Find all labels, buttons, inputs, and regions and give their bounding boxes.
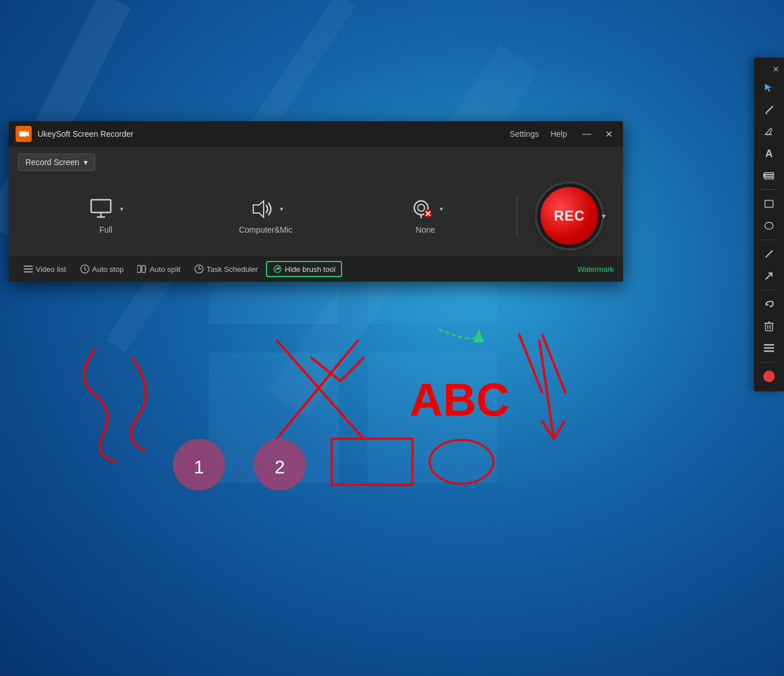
camera-chevron[interactable]: ▾ [440,205,443,213]
eraser-icon [764,126,774,137]
toolbar-sep-4 [760,362,778,363]
hide-brush-tool-label: Hide brush tool [285,265,335,274]
svg-rect-38 [765,200,773,207]
camera-icon-row: ▾ [408,197,443,221]
svg-point-14 [418,204,425,211]
svg-point-50 [763,371,775,382]
svg-rect-36 [764,177,774,179]
camera-label: None [416,225,435,234]
record-dot-button[interactable] [757,366,781,387]
display-control: ▾ Full [26,197,186,234]
svg-rect-47 [764,344,774,346]
clock-icon [80,264,89,274]
title-bar-menu: Settings Help [510,129,567,139]
watermark-label: Watermark [577,265,614,274]
eraser-tool-button[interactable] [757,121,781,142]
highlighter-icon [763,171,775,180]
svg-marker-8 [27,132,29,137]
line-tool-button[interactable] [757,244,781,264]
auto-split-label: Auto split [149,265,180,274]
svg-marker-12 [253,201,264,217]
svg-rect-48 [764,348,774,349]
audio-control: ▾ Computer&Mic [186,197,346,234]
text-tool-button[interactable]: A [757,143,781,164]
camera-icon [18,129,29,139]
auto-stop-button[interactable]: Auto stop [74,262,130,276]
audio-label: Computer&Mic [239,225,292,234]
svg-rect-42 [766,323,772,331]
right-toolbar-close[interactable]: ✕ [754,62,784,76]
menu-button[interactable] [757,338,781,358]
audio-chevron[interactable]: ▾ [280,205,283,213]
svg-line-41 [766,273,772,279]
hamburger-icon [764,344,774,352]
app-icon [16,126,32,142]
video-list-button[interactable]: Video list [18,262,72,276]
highlighter-tool-button[interactable] [757,165,781,186]
rectangle-tool-button[interactable] [757,193,781,214]
toolbar-sep-3 [760,290,778,290]
svg-rect-7 [20,132,27,137]
toolbar-sep-1 [760,189,778,190]
cursor-tool-button[interactable] [757,77,781,98]
cursor-icon [764,83,774,93]
auto-stop-label: Auto stop [92,265,124,274]
task-scheduler-label: Task Scheduler [207,265,258,274]
record-mode-label: Record Screen [25,158,79,167]
audio-icon-row: ▾ [249,197,283,221]
svg-rect-9 [91,200,111,212]
svg-rect-19 [24,266,33,267]
minimize-button[interactable]: — [579,128,595,140]
brush-icon [273,264,282,274]
delete-button[interactable] [757,316,781,337]
rec-area: REC ▾ [541,187,606,245]
svg-rect-49 [764,350,774,352]
pen-icon [764,104,774,115]
svg-line-32 [766,113,767,114]
rectangle-icon [764,199,774,208]
right-toolbar: ✕ A [754,58,784,391]
svg-point-27 [274,266,281,272]
main-controls: ▾ Full ▾ Computer&Mic [9,175,623,256]
app-title: UkeySoft Screen Recorder [37,129,510,139]
task-scheduler-button[interactable]: Task Scheduler [189,262,264,276]
video-list-label: Video list [36,265,66,274]
display-chevron[interactable]: ▾ [120,205,123,213]
close-button[interactable]: ✕ [602,128,616,141]
rec-chevron[interactable]: ▾ [602,211,606,221]
watermark-button[interactable]: Watermark [575,265,614,274]
desktop-background [0,0,784,676]
svg-rect-21 [24,271,33,272]
svg-rect-23 [137,266,141,272]
hide-brush-tool-button[interactable]: Hide brush tool [266,261,342,277]
svg-rect-35 [764,175,774,177]
webcam-icon [408,197,436,221]
controls-separator [517,196,517,236]
arrow-icon [764,271,774,281]
svg-marker-31 [765,84,772,92]
record-mode-dropdown[interactable]: Record Screen ▾ [18,154,95,171]
app-window: UkeySoft Screen Recorder Settings Help —… [9,121,623,282]
bottom-bar: Video list Auto stop Auto split Task Sch… [9,256,623,282]
settings-menu[interactable]: Settings [510,129,539,139]
svg-rect-34 [764,173,774,174]
line-icon [764,249,774,259]
arrow-tool-button[interactable] [757,266,781,286]
title-bar-controls: — ✕ [579,128,616,141]
undo-icon [764,299,774,309]
desktop-streaks [0,0,784,676]
svg-line-40 [766,251,772,257]
speaker-icon [249,197,276,221]
toolbar-sep-2 [760,240,778,240]
undo-button[interactable] [757,294,781,315]
list-icon [24,264,33,274]
help-menu[interactable]: Help [550,129,567,139]
auto-split-button[interactable]: Auto split [132,262,186,276]
svg-point-28 [277,267,280,270]
pen-tool-button[interactable] [757,99,781,120]
ellipse-tool-button[interactable] [757,215,781,236]
title-bar: UkeySoft Screen Recorder Settings Help —… [9,121,623,147]
display-label: Full [99,225,112,234]
rec-button[interactable]: REC [541,187,598,245]
svg-point-39 [765,222,773,229]
